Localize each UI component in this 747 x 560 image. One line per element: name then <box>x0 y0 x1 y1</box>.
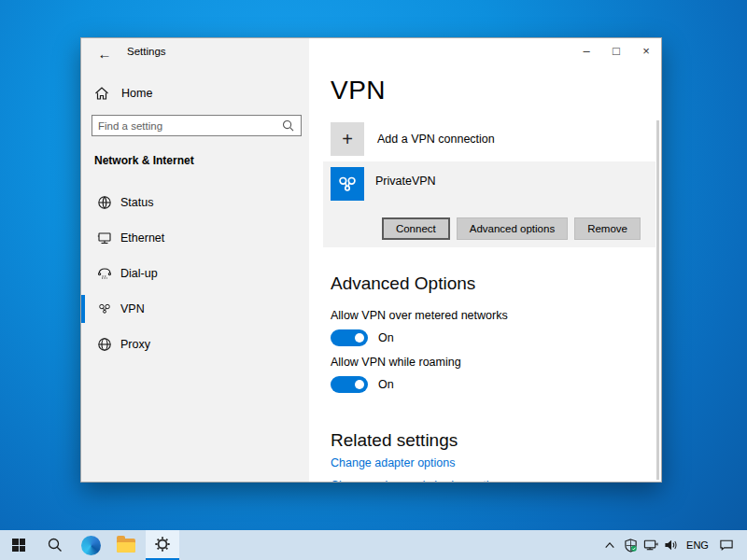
settings-window: ← Settings Home Network & Internet <box>80 37 662 483</box>
toggle-knob <box>355 333 364 343</box>
proxy-globe-icon <box>97 337 112 352</box>
sidebar: ← Settings Home Network & Internet <box>81 38 309 482</box>
notification-icon <box>719 539 734 552</box>
plus-icon: + <box>331 122 364 156</box>
vpn-connection-name: PrivateVPN <box>375 175 436 188</box>
chevron-up-icon <box>604 540 615 550</box>
taskbar: ENG <box>0 530 747 560</box>
metered-networks-toggle[interactable] <box>331 329 368 346</box>
window-controls: – □ × <box>571 38 661 63</box>
window-title: Settings <box>127 46 166 57</box>
add-vpn-button[interactable]: + Add a VPN connection <box>331 122 495 156</box>
gear-icon <box>154 536 171 553</box>
close-icon: × <box>642 44 650 58</box>
system-tray: ENG <box>599 530 747 560</box>
sidebar-item-label: Proxy <box>120 338 150 351</box>
sidebar-section-header: Network & Internet <box>94 154 194 167</box>
tray-language-indicator[interactable]: ENG <box>682 539 713 551</box>
vpn-connection-actions: Connect Advanced options Remove <box>382 217 641 240</box>
metered-networks-toggle-row: On <box>331 329 394 346</box>
sidebar-item-label: VPN <box>120 302 145 315</box>
scrollbar[interactable] <box>656 120 659 480</box>
start-button[interactable] <box>0 530 37 560</box>
back-button[interactable]: ← <box>91 43 119 63</box>
roaming-toggle-row: On <box>331 376 394 393</box>
maximize-icon: □ <box>613 44 620 58</box>
minimize-button[interactable]: – <box>571 38 601 63</box>
roaming-toggle[interactable] <box>331 376 368 393</box>
toggle-state-label: On <box>378 331 394 344</box>
tray-network-button[interactable] <box>641 539 661 552</box>
taskbar-settings-button[interactable] <box>146 530 179 560</box>
shield-icon <box>624 539 638 553</box>
sidebar-item-label: Dial-up <box>120 267 158 280</box>
vpn-connection-item[interactable]: PrivateVPN Connect Advanced options Remo… <box>323 161 655 247</box>
ethernet-icon <box>97 231 112 245</box>
back-arrow-icon: ← <box>98 46 112 62</box>
advanced-options-button[interactable]: Advanced options <box>457 217 568 240</box>
search-icon[interactable] <box>282 119 294 132</box>
advanced-options-heading: Advanced Options <box>331 273 475 294</box>
vpn-connection-header: PrivateVPN <box>323 161 655 201</box>
add-vpn-label: Add a VPN connection <box>377 133 495 146</box>
search-input[interactable] <box>92 120 282 132</box>
remove-button[interactable]: Remove <box>574 217 641 240</box>
sidebar-item-proxy[interactable]: Proxy <box>81 330 309 358</box>
maximize-button[interactable]: □ <box>601 38 631 63</box>
sidebar-item-home[interactable]: Home <box>81 79 309 107</box>
tray-volume-button[interactable] <box>661 539 682 552</box>
sidebar-nav: Status Ethernet <box>81 189 309 366</box>
edge-icon <box>81 536 101 555</box>
connect-button[interactable]: Connect <box>382 217 450 240</box>
related-settings-heading: Related settings <box>331 430 458 451</box>
network-icon <box>643 539 658 552</box>
speaker-icon <box>664 539 679 552</box>
minimize-icon: – <box>583 44 589 58</box>
search-icon <box>48 538 63 553</box>
taskbar-edge-button[interactable] <box>73 530 108 560</box>
tray-chevron-button[interactable] <box>599 540 620 550</box>
vpn-connection-icon <box>331 167 364 201</box>
sidebar-item-dialup[interactable]: Dial-up <box>81 259 309 287</box>
main-content: – □ × VPN + Add a VPN connection <box>309 38 661 482</box>
page-title: VPN <box>331 76 386 105</box>
taskbar-explorer-button[interactable] <box>108 530 144 560</box>
vpn-icon <box>97 301 112 316</box>
taskbar-search-button[interactable] <box>37 530 73 560</box>
toggle-state-label: On <box>378 378 394 391</box>
sidebar-item-label: Ethernet <box>120 231 164 245</box>
change-adapter-options-link[interactable]: Change adapter options <box>331 456 455 469</box>
sidebar-item-label: Status <box>120 196 153 209</box>
action-center-button[interactable] <box>713 539 740 552</box>
dialup-phone-icon <box>97 266 112 281</box>
change-sharing-options-link[interactable]: Change advanced sharing options <box>331 479 508 483</box>
sidebar-item-status[interactable]: Status <box>81 189 309 217</box>
sidebar-item-label: Home <box>121 87 152 100</box>
status-globe-icon <box>97 195 112 210</box>
sidebar-item-ethernet[interactable]: Ethernet <box>81 224 309 252</box>
tray-security-button[interactable] <box>620 539 641 553</box>
home-icon <box>94 86 109 101</box>
windows-logo-icon <box>12 539 25 552</box>
sidebar-item-vpn[interactable]: VPN <box>81 295 309 323</box>
file-explorer-icon <box>117 539 135 553</box>
search-box[interactable] <box>92 115 302 136</box>
metered-networks-label: Allow VPN over metered networks <box>331 309 508 322</box>
toggle-knob <box>355 380 364 389</box>
close-button[interactable]: × <box>631 38 661 63</box>
roaming-label: Allow VPN while roaming <box>331 356 461 369</box>
